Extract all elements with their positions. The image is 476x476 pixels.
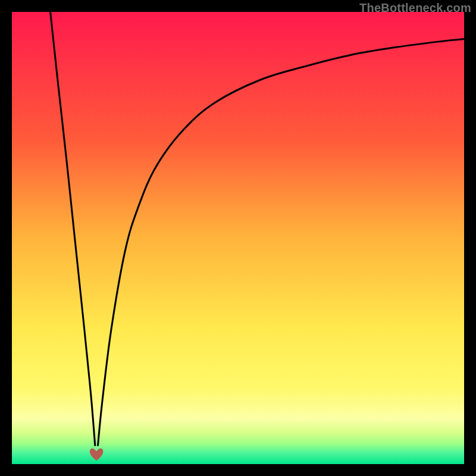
watermark-text: TheBottleneck.com (359, 1, 471, 15)
chart-canvas (12, 12, 464, 464)
gradient-background (12, 12, 464, 464)
outer-frame: TheBottleneck.com (0, 0, 476, 476)
plot-area (12, 12, 464, 464)
